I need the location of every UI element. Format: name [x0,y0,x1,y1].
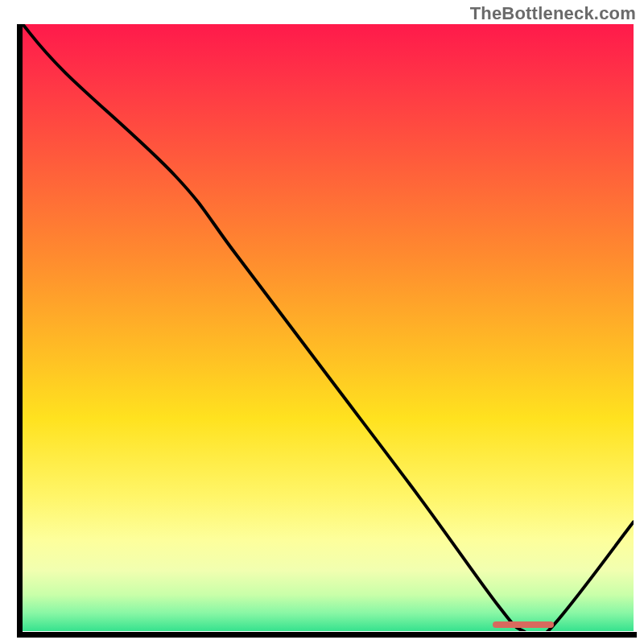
optimal-range-marker [493,621,554,628]
watermark-text: TheBottleneck.com [470,3,636,24]
x-axis [17,632,637,638]
chart-container: TheBottleneck.com [0,0,644,644]
y-axis [17,24,23,638]
bottleneck-curve [23,24,634,631]
plot-area [23,24,634,631]
